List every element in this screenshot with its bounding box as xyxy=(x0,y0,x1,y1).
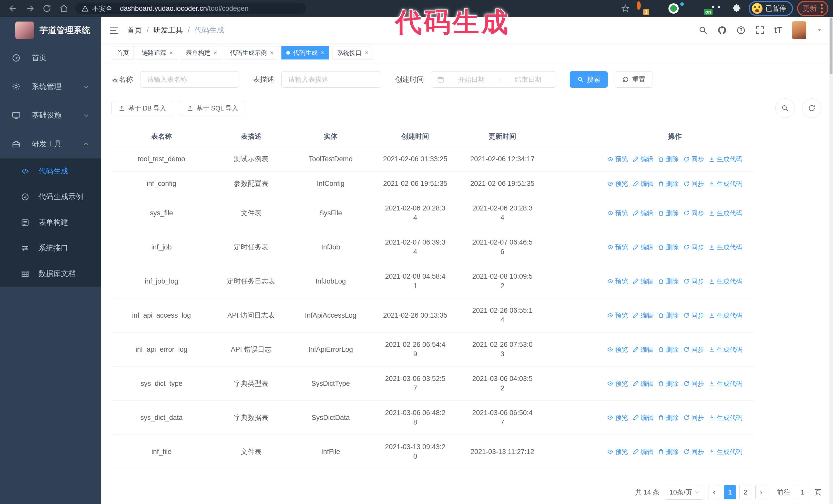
action-sync-link[interactable]: 同步 xyxy=(683,154,704,164)
prev-page-button[interactable]: ‹ xyxy=(708,485,720,499)
sidebar-item-0[interactable]: 首页 xyxy=(0,44,101,72)
action-edit-link[interactable]: 编辑 xyxy=(633,154,653,164)
action-delete-link[interactable]: 删除 xyxy=(658,413,679,423)
sidebar-item-3[interactable]: 研发工具 xyxy=(0,130,101,159)
action-delete-link[interactable]: 删除 xyxy=(658,345,679,354)
extension-green-ring-icon[interactable] xyxy=(668,3,679,14)
tab-5[interactable]: 系统接口× xyxy=(332,46,373,59)
tab-4[interactable]: 代码生成× xyxy=(281,46,329,59)
action-delete-link[interactable]: 删除 xyxy=(658,209,679,218)
action-preview-link[interactable]: 预览 xyxy=(607,413,628,423)
sidebar-subitem-2[interactable]: 表单构建 xyxy=(0,210,101,235)
extensions-puzzle-icon[interactable] xyxy=(732,4,741,13)
sidebar-subitem-0[interactable]: 代码生成 xyxy=(0,159,101,184)
next-page-button[interactable]: › xyxy=(755,485,767,499)
action-generate-link[interactable]: 生成代码 xyxy=(709,379,742,388)
sidebar-subitem-3[interactable]: 系统接口 xyxy=(0,235,101,261)
sidebar-subitem-1[interactable]: 代码生成示例 xyxy=(0,184,101,210)
tab-2[interactable]: 表单构建× xyxy=(181,46,222,59)
scrollbar[interactable] xyxy=(829,17,833,504)
action-sync-link[interactable]: 同步 xyxy=(683,209,704,218)
breadcrumb-item[interactable]: 首页 xyxy=(127,25,142,35)
action-delete-link[interactable]: 删除 xyxy=(658,154,679,164)
close-icon[interactable]: × xyxy=(365,50,368,56)
action-generate-link[interactable]: 生成代码 xyxy=(709,209,742,218)
close-icon[interactable]: × xyxy=(214,50,217,56)
table-desc-input[interactable] xyxy=(281,71,381,88)
action-delete-link[interactable]: 删除 xyxy=(658,311,679,320)
tab-0[interactable]: 首页 xyxy=(112,46,134,59)
action-preview-link[interactable]: 预览 xyxy=(607,209,628,218)
action-preview-link[interactable]: 预览 xyxy=(607,311,628,320)
action-delete-link[interactable]: 删除 xyxy=(658,447,679,457)
action-edit-link[interactable]: 编辑 xyxy=(633,179,653,188)
close-icon[interactable]: × xyxy=(270,50,273,56)
action-delete-link[interactable]: 删除 xyxy=(658,242,679,252)
action-delete-link[interactable]: 删除 xyxy=(658,379,679,388)
action-generate-link[interactable]: 生成代码 xyxy=(709,154,742,164)
sidebar-logo-row[interactable]: 芋道管理系统 xyxy=(0,17,101,44)
sidebar-item-1[interactable]: 系统管理 xyxy=(0,72,101,101)
action-sync-link[interactable]: 同步 xyxy=(683,277,704,286)
table-name-input[interactable] xyxy=(140,71,239,88)
address-bar[interactable]: 不安全 dashboard.yudao.iocoder.cn/tool/code… xyxy=(75,3,306,14)
action-generate-link[interactable]: 生成代码 xyxy=(709,242,742,252)
close-icon[interactable]: × xyxy=(320,50,324,56)
extension-dark-icon[interactable]: on xyxy=(700,3,711,14)
action-preview-link[interactable]: 预览 xyxy=(607,277,628,286)
action-sync-link[interactable]: 同步 xyxy=(683,179,704,188)
browser-forward-icon[interactable] xyxy=(25,4,34,13)
action-sync-link[interactable]: 同步 xyxy=(683,447,704,457)
action-sync-link[interactable]: 同步 xyxy=(683,379,704,388)
tampermonkey-paused-badge[interactable]: 已暂停 xyxy=(749,1,793,16)
sidebar-subitem-4[interactable]: 数据库文档 xyxy=(0,261,101,287)
page-size-select[interactable]: 10条/页 xyxy=(665,485,704,500)
browser-reload-icon[interactable] xyxy=(42,4,51,13)
action-edit-link[interactable]: 编辑 xyxy=(633,345,653,354)
browser-back-icon[interactable] xyxy=(8,4,18,13)
action-generate-link[interactable]: 生成代码 xyxy=(709,311,742,320)
action-sync-link[interactable]: 同步 xyxy=(683,345,704,354)
refresh-table-button[interactable] xyxy=(802,98,822,118)
action-edit-link[interactable]: 编辑 xyxy=(633,277,653,286)
toggle-search-button[interactable] xyxy=(775,98,795,118)
chevron-down-icon[interactable] xyxy=(816,27,823,33)
reset-button[interactable]: 重置 xyxy=(615,71,653,88)
sidebar-item-2[interactable]: 基础设施 xyxy=(0,101,101,130)
import-sql-button[interactable]: 基于 SQL 导入 xyxy=(180,101,245,115)
action-sync-link[interactable]: 同步 xyxy=(683,242,704,252)
import-db-button[interactable]: 基于 DB 导入 xyxy=(112,101,173,115)
action-preview-link[interactable]: 预览 xyxy=(607,379,628,388)
extension-gem-icon[interactable] xyxy=(652,3,663,14)
action-delete-link[interactable]: 删除 xyxy=(658,277,679,286)
browser-menu-icon[interactable] xyxy=(821,4,823,13)
tab-3[interactable]: 代码生成示例× xyxy=(225,46,278,59)
browser-update-button[interactable]: 更新 xyxy=(797,1,828,16)
action-preview-link[interactable]: 预览 xyxy=(607,242,628,252)
tab-1[interactable]: 链路追踪× xyxy=(137,46,178,59)
avatar[interactable] xyxy=(792,21,806,39)
date-range-picker[interactable]: 开始日期 - 结束日期 xyxy=(431,71,556,88)
extension-monkey-icon[interactable] xyxy=(716,3,727,14)
help-icon[interactable] xyxy=(736,26,745,35)
search-icon[interactable] xyxy=(698,26,708,35)
search-button[interactable]: 搜索 xyxy=(570,71,608,88)
action-generate-link[interactable]: 生成代码 xyxy=(709,413,742,423)
action-preview-link[interactable]: 预览 xyxy=(607,345,628,354)
close-icon[interactable]: × xyxy=(169,50,173,56)
action-generate-link[interactable]: 生成代码 xyxy=(709,179,742,188)
page-number-1[interactable]: 1 xyxy=(724,485,736,499)
scrollbar-thumb[interactable] xyxy=(830,18,832,74)
breadcrumb-item[interactable]: 研发工具 xyxy=(153,25,183,35)
hamburger-icon[interactable] xyxy=(109,25,119,35)
github-icon[interactable] xyxy=(717,26,727,35)
page-number-2[interactable]: 2 xyxy=(739,485,751,499)
goto-page-input[interactable] xyxy=(794,485,811,499)
bookmark-star-icon[interactable] xyxy=(621,4,630,13)
action-edit-link[interactable]: 编辑 xyxy=(633,242,653,252)
browser-home-icon[interactable] xyxy=(59,4,68,13)
text-size-icon[interactable]: tT xyxy=(774,26,782,35)
action-delete-link[interactable]: 删除 xyxy=(658,179,679,188)
fullscreen-icon[interactable] xyxy=(755,26,765,35)
action-edit-link[interactable]: 编辑 xyxy=(633,447,653,457)
